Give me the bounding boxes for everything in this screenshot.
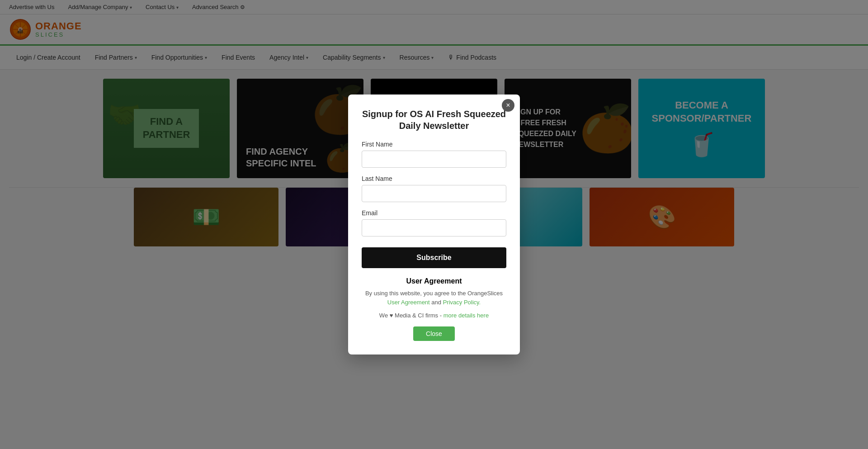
modal-overlay[interactable]: × Signup for OS AI Fresh Squeezed Daily …	[0, 0, 868, 255]
first-name-input[interactable]	[362, 151, 506, 168]
last-name-label: Last Name	[362, 175, 506, 182]
first-name-group: First Name	[362, 141, 506, 168]
email-input[interactable]	[362, 219, 506, 236]
modal-close-button[interactable]: ×	[502, 99, 514, 112]
first-name-label: First Name	[362, 141, 506, 148]
last-name-input[interactable]	[362, 185, 506, 202]
subscribe-button[interactable]: Subscribe	[362, 247, 506, 255]
last-name-group: Last Name	[362, 175, 506, 202]
email-group: Email	[362, 209, 506, 236]
modal-title: Signup for OS AI Fresh Squeezed Daily Ne…	[362, 108, 506, 132]
newsletter-modal: × Signup for OS AI Fresh Squeezed Daily …	[348, 95, 520, 255]
email-label: Email	[362, 209, 506, 217]
